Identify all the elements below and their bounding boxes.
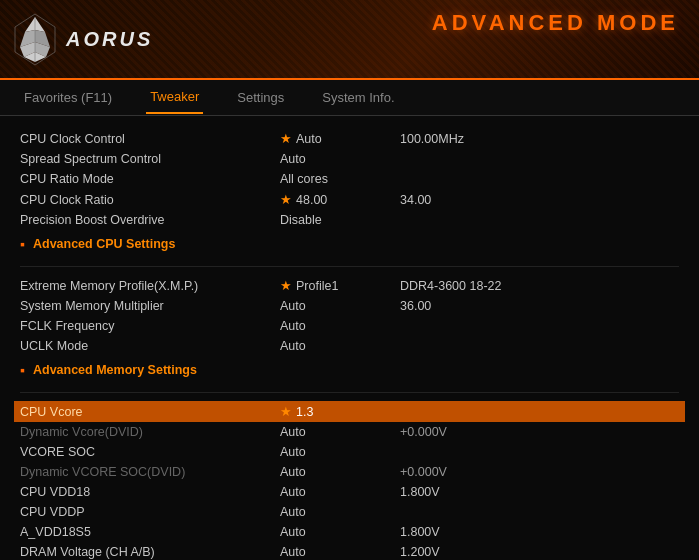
advanced-mode-title: ADVANCED MODE: [432, 10, 679, 36]
cpu-vcore-value: ★ 1.3: [280, 404, 400, 419]
logo-area: AORUS: [0, 12, 153, 67]
memory-multiplier-extra: 36.00: [400, 299, 431, 313]
star-icon: ★: [280, 192, 292, 207]
uclk-row[interactable]: UCLK Mode Auto: [20, 336, 679, 356]
memory-section: Extreme Memory Profile(X.M.P.) ★ Profile…: [20, 275, 679, 382]
cpu-vdd18-extra: 1.800V: [400, 485, 440, 499]
cpu-clock-ratio-row[interactable]: CPU Clock Ratio ★ 48.00 34.00: [20, 189, 679, 210]
cpu-clock-ratio-value: ★ 48.00: [280, 192, 400, 207]
a-vdd18s5-value: Auto: [280, 525, 400, 539]
dram-voltage-label: DRAM Voltage (CH A/B): [20, 545, 280, 559]
tab-tweaker[interactable]: Tweaker: [146, 81, 203, 114]
precision-boost-label: Precision Boost Overdrive: [20, 213, 280, 227]
uclk-label: UCLK Mode: [20, 339, 280, 353]
cpu-clock-control-row[interactable]: CPU Clock Control ★ Auto 100.00MHz: [20, 128, 679, 149]
cpu-vddp-row[interactable]: CPU VDDP Auto: [20, 502, 679, 522]
memory-multiplier-label: System Memory Multiplier: [20, 299, 280, 313]
advanced-memory-icon: ▪: [20, 362, 25, 378]
advanced-memory-label: Advanced Memory Settings: [33, 363, 197, 377]
cpu-ratio-mode-row[interactable]: CPU Ratio Mode All cores: [20, 169, 679, 189]
header: AORUS ADVANCED MODE: [0, 0, 699, 80]
a-vdd18s5-row[interactable]: A_VDD18S5 Auto 1.800V: [20, 522, 679, 542]
fclk-row[interactable]: FCLK Frequency Auto: [20, 316, 679, 336]
xmp-value: ★ Profile1: [280, 278, 400, 293]
cpu-vdd18-label: CPU VDD18: [20, 485, 280, 499]
vcore-soc-label: VCORE SOC: [20, 445, 280, 459]
cpu-clock-ratio-label: CPU Clock Ratio: [20, 193, 280, 207]
section-divider-1: [20, 266, 679, 267]
vcore-soc-value: Auto: [280, 445, 400, 459]
dynamic-vcore-extra: +0.000V: [400, 425, 447, 439]
spread-spectrum-label: Spread Spectrum Control: [20, 152, 280, 166]
a-vdd18s5-label: A_VDD18S5: [20, 525, 280, 539]
dram-voltage-value: Auto: [280, 545, 400, 559]
title-area: ADVANCED MODE: [432, 10, 679, 36]
dram-voltage-extra: 1.200V: [400, 545, 440, 559]
precision-boost-row[interactable]: Precision Boost Overdrive Disable: [20, 210, 679, 230]
cpu-ratio-mode-value: All cores: [280, 172, 400, 186]
spread-spectrum-row[interactable]: Spread Spectrum Control Auto: [20, 149, 679, 169]
dynamic-vcore-row[interactable]: Dynamic Vcore(DVID) Auto +0.000V: [20, 422, 679, 442]
dynamic-vcore-soc-value: Auto: [280, 465, 400, 479]
cpu-clock-control-label: CPU Clock Control: [20, 132, 280, 146]
xmp-label: Extreme Memory Profile(X.M.P.): [20, 279, 280, 293]
dynamic-vcore-soc-label: Dynamic VCORE SOC(DVID): [20, 465, 280, 479]
memory-multiplier-row[interactable]: System Memory Multiplier Auto 36.00: [20, 296, 679, 316]
fclk-label: FCLK Frequency: [20, 319, 280, 333]
cpu-ratio-mode-label: CPU Ratio Mode: [20, 172, 280, 186]
cpu-clock-control-value: ★ Auto: [280, 131, 400, 146]
cpu-clock-section: CPU Clock Control ★ Auto 100.00MHz Sprea…: [20, 128, 679, 256]
tab-favorites[interactable]: Favorites (F11): [20, 82, 116, 113]
nav-tabs: Favorites (F11) Tweaker Settings System …: [0, 80, 699, 116]
voltage-section: CPU Vcore ★ 1.3 Dynamic Vcore(DVID) Auto…: [20, 401, 679, 560]
advanced-cpu-icon: ▪: [20, 236, 25, 252]
main-content: CPU Clock Control ★ Auto 100.00MHz Sprea…: [0, 116, 699, 560]
precision-boost-value: Disable: [280, 213, 400, 227]
star-icon: ★: [280, 278, 292, 293]
aorus-logo-icon: [10, 12, 60, 67]
section-divider-2: [20, 392, 679, 393]
logo-text: AORUS: [66, 28, 153, 51]
advanced-cpu-header[interactable]: ▪ Advanced CPU Settings: [20, 232, 679, 256]
xmp-row[interactable]: Extreme Memory Profile(X.M.P.) ★ Profile…: [20, 275, 679, 296]
cpu-vcore-row[interactable]: CPU Vcore ★ 1.3: [14, 401, 685, 422]
a-vdd18s5-extra: 1.800V: [400, 525, 440, 539]
cpu-vdd18-row[interactable]: CPU VDD18 Auto 1.800V: [20, 482, 679, 502]
vcore-soc-row[interactable]: VCORE SOC Auto: [20, 442, 679, 462]
spread-spectrum-value: Auto: [280, 152, 400, 166]
cpu-vcore-label: CPU Vcore: [20, 405, 280, 419]
advanced-cpu-label: Advanced CPU Settings: [33, 237, 175, 251]
dynamic-vcore-soc-extra: +0.000V: [400, 465, 447, 479]
memory-multiplier-value: Auto: [280, 299, 400, 313]
tab-sysinfo[interactable]: System Info.: [318, 82, 398, 113]
dynamic-vcore-label: Dynamic Vcore(DVID): [20, 425, 280, 439]
cpu-vddp-value: Auto: [280, 505, 400, 519]
star-icon: ★: [280, 404, 292, 419]
advanced-memory-header[interactable]: ▪ Advanced Memory Settings: [20, 358, 679, 382]
cpu-vdd18-value: Auto: [280, 485, 400, 499]
dram-voltage-row[interactable]: DRAM Voltage (CH A/B) Auto 1.200V: [20, 542, 679, 560]
cpu-clock-ratio-extra: 34.00: [400, 193, 431, 207]
fclk-value: Auto: [280, 319, 400, 333]
xmp-extra: DDR4-3600 18-22: [400, 279, 501, 293]
uclk-value: Auto: [280, 339, 400, 353]
cpu-vddp-label: CPU VDDP: [20, 505, 280, 519]
dynamic-vcore-soc-row[interactable]: Dynamic VCORE SOC(DVID) Auto +0.000V: [20, 462, 679, 482]
dynamic-vcore-value: Auto: [280, 425, 400, 439]
star-icon: ★: [280, 131, 292, 146]
cpu-clock-control-extra: 100.00MHz: [400, 132, 464, 146]
tab-settings[interactable]: Settings: [233, 82, 288, 113]
